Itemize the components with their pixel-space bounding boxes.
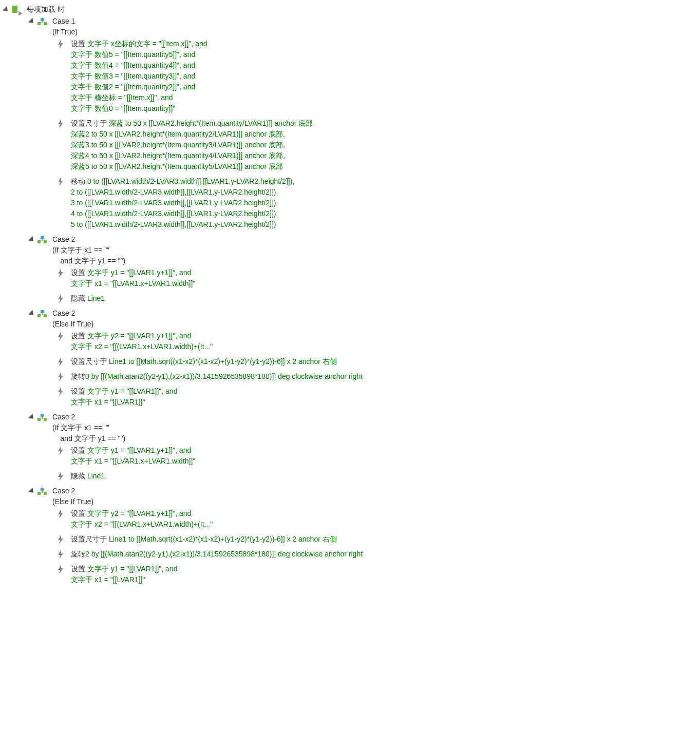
action-target: 0 by [[(Math.atan2((y2-y1),(x2-x1))/3.14… — [85, 372, 363, 380]
event-row[interactable]: 每项加载 时 — [4, 4, 696, 15]
action-prefix: 设置尺寸于 — [71, 357, 109, 365]
action-target: 文字于 y1 = "[[LVAR1]]", and — [87, 387, 178, 395]
action-row[interactable]: 旋转2 by [[(Math.atan2((y2-y1),(x2-x1))/3.… — [4, 549, 696, 560]
case-title: Case 2 — [52, 486, 696, 496]
action-content: 设置尺寸于 Line1 to [[Math.sqrt((x1-x2)*(x1-x… — [71, 534, 696, 545]
case-row[interactable]: Case 2(If 文字于 x1 == "" and 文字于 y1 == "") — [4, 412, 696, 444]
expand-triangle-icon[interactable] — [28, 488, 35, 495]
action-target: Line1 — [87, 294, 105, 302]
action-row[interactable]: 隐藏 Line1 — [4, 471, 696, 482]
case-header: Case 2(Else If True) — [52, 308, 696, 330]
expand-triangle-icon[interactable] — [3, 6, 10, 13]
action-content: 设置 文字于 y1 = "[[LVAR1.y+1]]", and文字于 x1 =… — [71, 267, 696, 289]
action-target: 文字于 x1 = "[[LVAR1]]" — [71, 398, 145, 406]
action-prefix: 设置 — [71, 509, 87, 517]
action-line: 移动 0 to ([[LVAR1.width/2-LVAR3.width]],[… — [71, 176, 696, 187]
action-content: 设置 文字于 x坐标的文字 = "[[Item.x]]", and文字于 数值5… — [71, 38, 696, 114]
action-target: 深蓝3 to 50 x [[LVAR2.height*(Item.quantit… — [71, 141, 285, 149]
expand-triangle-icon[interactable] — [28, 414, 35, 421]
action-line: 设置 文字于 y1 = "[[LVAR1]]", and — [71, 564, 696, 574]
action-row[interactable]: 设置 文字于 y2 = "[[LVAR1.y+1]]", and文字于 x2 =… — [4, 508, 696, 530]
action-line: 设置 文字于 y2 = "[[LVAR1.y+1]]", and — [71, 508, 696, 519]
case-header: Case 2(If 文字于 x1 == "" and 文字于 y1 == "") — [52, 412, 696, 444]
bolt-icon — [55, 387, 66, 396]
action-content: 设置 文字于 y1 = "[[LVAR1]]", and文字于 x1 = "[[… — [71, 386, 696, 408]
case-condition: (Else If True) — [52, 319, 696, 330]
action-line: 文字于 x2 = "[[(LVAR1.x+LVAR1.width)+(It...… — [71, 519, 696, 530]
case-header: Case 1(If True) — [52, 16, 696, 37]
action-prefix: 设置 — [71, 565, 87, 573]
bolt-icon — [55, 565, 66, 574]
bolt-icon — [55, 472, 66, 481]
case-row[interactable]: Case 1(If True) — [4, 16, 696, 37]
case-icon-slot — [37, 235, 47, 244]
bolt-icon — [55, 177, 66, 186]
action-row[interactable]: 设置尺寸于 Line1 to [[Math.sqrt((x1-x2)*(x1-x… — [4, 356, 696, 367]
action-content: 设置尺寸于 Line1 to [[Math.sqrt((x1-x2)*(x1-x… — [71, 356, 696, 367]
expand-triangle-icon[interactable] — [28, 310, 35, 317]
action-row[interactable]: 设置尺寸于 Line1 to [[Math.sqrt((x1-x2)*(x1-x… — [4, 534, 696, 545]
action-row[interactable]: 设置 文字于 y1 = "[[LVAR1.y+1]]", and文字于 x1 =… — [4, 267, 696, 289]
action-content: 设置 文字于 y1 = "[[LVAR1]]", and文字于 x1 = "[[… — [71, 564, 696, 585]
case-row[interactable]: Case 2(If 文字于 x1 == "" and 文字于 y1 == "") — [4, 234, 696, 266]
action-line: 设置 文字于 y2 = "[[LVAR1.y+1]]", and — [71, 331, 696, 341]
action-prefix: 设置尺寸于 — [71, 119, 109, 127]
action-line: 深蓝2 to 50 x [[LVAR2.height*(Item.quantit… — [71, 129, 696, 140]
action-line: 设置尺寸于 深蓝 to 50 x [[LVAR2.height*(Item.qu… — [71, 118, 696, 129]
case-row[interactable]: Case 2(Else If True) — [4, 308, 696, 330]
bolt-icon — [55, 294, 66, 303]
action-target: 文字于 数值2 = "[[Item.quantity2]]", and — [71, 83, 195, 91]
action-content: 设置尺寸于 深蓝 to 50 x [[LVAR2.height*(Item.qu… — [71, 118, 696, 172]
action-target: 深蓝4 to 50 x [[LVAR2.height*(Item.quantit… — [71, 151, 285, 160]
action-line: 设置 文字于 y1 = "[[LVAR1.y+1]]", and — [71, 445, 696, 456]
action-target: 文字于 数值4 = "[[Item.quantity4]]", and — [71, 61, 195, 69]
action-line: 文字于 x1 = "[[LVAR1.x+LVAR1.width]]" — [71, 278, 696, 289]
case-title: Case 2 — [52, 308, 696, 319]
action-row[interactable]: 设置 文字于 x坐标的文字 = "[[Item.x]]", and文字于 数值5… — [4, 38, 696, 114]
case-row[interactable]: Case 2(Else If True) — [4, 486, 696, 507]
expand-triangle-icon[interactable] — [28, 236, 35, 243]
action-row[interactable]: 旋转0 by [[(Math.atan2((y2-y1),(x2-x1))/3.… — [4, 371, 696, 382]
action-line: 文字于 数值4 = "[[Item.quantity4]]", and — [71, 60, 696, 71]
case-icon-slot — [37, 487, 47, 496]
case-icon — [37, 18, 47, 25]
action-prefix: 移动 — [71, 177, 87, 185]
action-row[interactable]: 设置尺寸于 深蓝 to 50 x [[LVAR2.height*(Item.qu… — [4, 118, 696, 172]
action-line: 文字于 数值3 = "[[Item.quantity3]]", and — [71, 71, 696, 82]
action-prefix: 设置 — [71, 40, 87, 48]
action-target: 文字于 数值3 = "[[Item.quantity3]]", and — [71, 72, 195, 80]
action-row[interactable]: 移动 0 to ([[LVAR1.width/2-LVAR3.width]],[… — [4, 176, 696, 230]
action-row[interactable]: 设置 文字于 y1 = "[[LVAR1.y+1]]", and文字于 x1 =… — [4, 445, 696, 467]
action-row[interactable]: 设置 文字于 y1 = "[[LVAR1]]", and文字于 x1 = "[[… — [4, 564, 696, 585]
action-row[interactable]: 设置 文字于 y2 = "[[LVAR1.y+1]]", and文字于 x2 =… — [4, 331, 696, 352]
case-icon-slot — [37, 413, 47, 422]
action-content: 隐藏 Line1 — [71, 293, 696, 304]
bolt-icon — [55, 357, 66, 367]
action-row[interactable]: 隐藏 Line1 — [4, 293, 696, 304]
action-target: 文字于 y1 = "[[LVAR1]]", and — [87, 565, 178, 573]
action-line: 深蓝3 to 50 x [[LVAR2.height*(Item.quantit… — [71, 140, 696, 150]
case-condition: (Else If True) — [52, 496, 696, 507]
action-row[interactable]: 设置 文字于 y1 = "[[LVAR1]]", and文字于 x1 = "[[… — [4, 386, 696, 408]
event-icon — [11, 5, 22, 14]
case-condition: (If 文字于 x1 == "" and 文字于 y1 == "") — [52, 422, 696, 444]
action-target: 2 by [[(Math.atan2((y2-y1),(x2-x1))/3.14… — [85, 550, 363, 558]
case-header: Case 2(If 文字于 x1 == "" and 文字于 y1 == "") — [52, 234, 696, 266]
action-prefix: 隐藏 — [71, 472, 87, 480]
action-line: 文字于 x1 = "[[LVAR1]]" — [71, 574, 696, 585]
action-prefix: 设置 — [71, 387, 87, 395]
case-condition: (If True) — [52, 27, 696, 37]
action-target: 文字于 x1 = "[[LVAR1.x+LVAR1.width]]" — [71, 457, 195, 465]
action-target: 文字于 数值5 = "[[Item.quantity5]]", and — [71, 50, 195, 59]
action-line: 设置尺寸于 Line1 to [[Math.sqrt((x1-x2)*(x1-x… — [71, 356, 696, 367]
action-target: 文字于 x1 = "[[LVAR1]]" — [71, 575, 145, 584]
action-line: 文字于 横坐标 = "[[Item.x]]", and — [71, 92, 696, 103]
action-line: 旋转2 by [[(Math.atan2((y2-y1),(x2-x1))/3.… — [71, 549, 696, 560]
action-line: 旋转0 by [[(Math.atan2((y2-y1),(x2-x1))/3.… — [71, 371, 696, 382]
action-target: 文字于 x坐标的文字 = "[[Item.x]]", and — [87, 40, 207, 48]
action-line: 设置 文字于 y1 = "[[LVAR1]]", and — [71, 386, 696, 397]
expand-triangle-icon[interactable] — [28, 18, 35, 25]
action-content: 旋转2 by [[(Math.atan2((y2-y1),(x2-x1))/3.… — [71, 549, 696, 560]
action-target: Line1 — [87, 472, 105, 480]
action-target: 文字于 y2 = "[[LVAR1.y+1]]", and — [87, 332, 191, 340]
